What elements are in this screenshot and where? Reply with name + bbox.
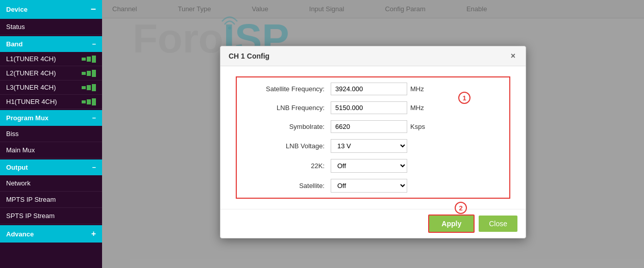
satellite-frequency-input-area: MHz: [331, 83, 424, 95]
sidebar-program-mux-toggle[interactable]: −: [92, 114, 96, 122]
sidebar-item-l1[interactable]: L1(TUNER 4CH): [0, 52, 102, 66]
sidebar: Device − Status Band − L1(TUNER 4CH) L2(…: [0, 0, 102, 268]
sidebar-item-biss[interactable]: Biss: [0, 126, 102, 142]
modal-header: CH 1 Config ×: [220, 46, 526, 66]
lnb-frequency-unit: MHz: [410, 104, 424, 112]
sidebar-band-label: Band: [6, 40, 23, 48]
l1-icon: [82, 56, 96, 63]
sidebar-program-mux-header[interactable]: Program Mux −: [0, 110, 102, 126]
sidebar-item-l2[interactable]: L2(TUNER 4CH): [0, 66, 102, 81]
sidebar-item-mpts[interactable]: MPTS IP Stream: [0, 192, 102, 208]
sidebar-output-label: Output: [6, 164, 28, 171]
22k-select[interactable]: Off On: [331, 159, 407, 173]
satellite-select[interactable]: Off On: [331, 179, 407, 193]
badge-1: 1: [458, 92, 470, 104]
lnb-voltage-label: LNB Voltage:: [243, 142, 325, 150]
symbolrate-input[interactable]: [331, 120, 407, 133]
l2-icon: [82, 70, 96, 77]
h1-icon: [82, 98, 96, 105]
sidebar-item-l3[interactable]: L3(TUNER 4CH): [0, 81, 102, 95]
lnb-frequency-label: LNB Frequency:: [243, 104, 325, 112]
satellite-group: Satellite: Off On: [243, 179, 503, 193]
lnb-voltage-group: LNB Voltage: 13 V 18 V Off: [243, 139, 503, 153]
22k-group: 22K: Off On: [243, 159, 503, 173]
sidebar-item-main-mux[interactable]: Main Mux: [0, 142, 102, 158]
symbolrate-label: Symbolrate:: [243, 123, 325, 130]
modal-close-x-button[interactable]: ×: [509, 51, 517, 61]
modal-footer: 2 Apply Close: [220, 209, 526, 238]
l3-icon: [82, 84, 96, 91]
lnb-frequency-input-area: MHz: [331, 101, 424, 114]
sidebar-item-h1[interactable]: H1(TUNER 4CH): [0, 95, 102, 109]
sidebar-output-header[interactable]: Output −: [0, 159, 102, 175]
22k-select-area: Off On: [331, 159, 407, 173]
config-modal: CH 1 Config × Satellite Frequency: MHz L…: [220, 46, 526, 238]
modal-body: Satellite Frequency: MHz LNB Frequency: …: [220, 66, 526, 209]
symbolrate-input-area: Ksps: [331, 120, 425, 133]
sidebar-device-header[interactable]: Device −: [0, 0, 102, 19]
badge-2: 2: [455, 202, 467, 214]
symbolrate-group: Symbolrate: Ksps: [243, 120, 503, 133]
satellite-label: Satellite:: [243, 182, 325, 190]
sidebar-output-toggle[interactable]: −: [92, 164, 96, 171]
lnb-voltage-select-area: 13 V 18 V Off: [331, 139, 407, 153]
sidebar-item-spts[interactable]: SPTS IP Stream: [0, 208, 102, 224]
sidebar-advance-label: Advance: [6, 230, 34, 238]
sidebar-advance-header[interactable]: Advance +: [0, 225, 102, 243]
sidebar-band-toggle[interactable]: −: [92, 40, 96, 48]
sidebar-item-status[interactable]: Status: [0, 19, 102, 35]
sidebar-band-header[interactable]: Band −: [0, 36, 102, 52]
satellite-frequency-input[interactable]: [331, 83, 407, 95]
lnb-voltage-select[interactable]: 13 V 18 V Off: [331, 139, 407, 153]
sidebar-item-network[interactable]: Network: [0, 175, 102, 192]
sidebar-program-mux-label: Program Mux: [6, 114, 48, 122]
satellite-frequency-unit: MHz: [410, 85, 424, 93]
symbolrate-unit: Ksps: [410, 123, 425, 130]
sidebar-device-label: Device: [6, 6, 28, 13]
satellite-select-area: Off On: [331, 179, 407, 193]
sidebar-device-toggle[interactable]: −: [90, 4, 96, 15]
main-content: Channel Tuner Type Value Input Signal Co…: [102, 0, 644, 268]
modal-title: CH 1 Config: [229, 52, 269, 60]
sidebar-advance-toggle[interactable]: +: [91, 229, 96, 238]
22k-label: 22K:: [243, 162, 325, 170]
apply-button[interactable]: Apply: [428, 215, 475, 233]
close-modal-button[interactable]: Close: [479, 216, 517, 232]
lnb-frequency-input[interactable]: [331, 101, 407, 114]
satellite-frequency-label: Satellite Frequency:: [243, 85, 325, 93]
